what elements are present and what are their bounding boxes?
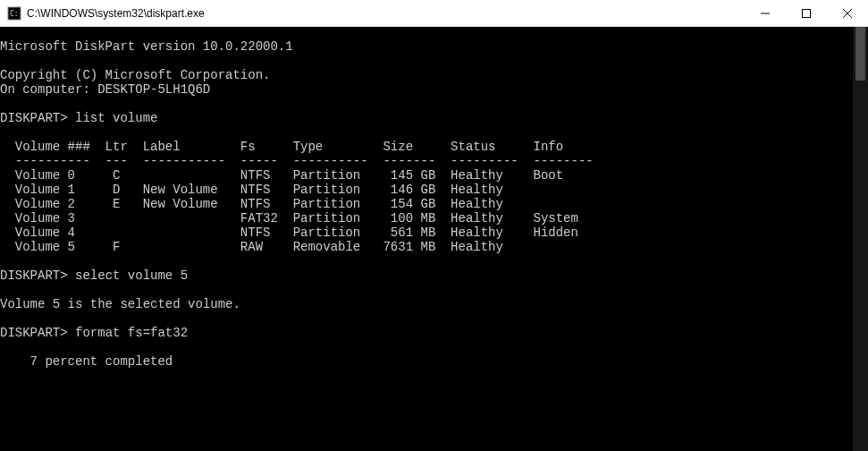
minimize-button[interactable] <box>745 0 786 26</box>
table-row: Volume 4 NTFS Partition 561 MB Healthy H… <box>0 226 578 240</box>
close-button[interactable] <box>827 0 868 26</box>
table-row: Volume 0 C NTFS Partition 145 GB Healthy… <box>0 168 563 183</box>
selected-message: Volume 5 is the selected volume. <box>0 297 240 311</box>
computer-line: On computer: DESKTOP-5LH1Q6D <box>0 82 210 97</box>
command-list-volume: list volume <box>75 111 157 125</box>
window-controls <box>745 0 868 26</box>
svg-text:C:: C: <box>10 10 19 18</box>
table-header: Volume ### Ltr Label Fs Type Size Status… <box>0 140 563 154</box>
titlebar: C: C:\WINDOWS\system32\diskpart.exe <box>0 0 868 27</box>
command-select-volume: select volume 5 <box>75 268 188 283</box>
progress-line: 7 percent completed <box>0 354 173 369</box>
table-row: Volume 5 F RAW Removable 7631 MB Healthy <box>0 240 503 254</box>
prompt: DISKPART> <box>0 268 68 283</box>
copyright-line: Copyright (C) Microsoft Corporation. <box>0 68 270 82</box>
table-row: Volume 2 E New Volume NTFS Partition 154… <box>0 197 503 211</box>
scrollbar[interactable] <box>853 27 868 451</box>
prompt: DISKPART> <box>0 326 68 340</box>
table-row: Volume 1 D New Volume NTFS Partition 146… <box>0 183 503 197</box>
command-format: format fs=fat32 <box>75 326 188 340</box>
app-icon: C: <box>7 6 21 21</box>
console-wrap: Microsoft DiskPart version 10.0.22000.1 … <box>0 27 868 451</box>
table-divider: ---------- --- ----------- ----- -------… <box>0 154 594 168</box>
prompt: DISKPART> <box>0 111 68 125</box>
table-row: Volume 3 FAT32 Partition 100 MB Healthy … <box>0 211 578 226</box>
window-title: C:\WINDOWS\system32\diskpart.exe <box>27 7 745 20</box>
maximize-button[interactable] <box>786 0 827 26</box>
version-line: Microsoft DiskPart version 10.0.22000.1 <box>0 39 293 54</box>
svg-rect-3 <box>803 9 811 17</box>
console-output[interactable]: Microsoft DiskPart version 10.0.22000.1 … <box>0 27 853 451</box>
scrollbar-thumb[interactable] <box>855 27 865 81</box>
